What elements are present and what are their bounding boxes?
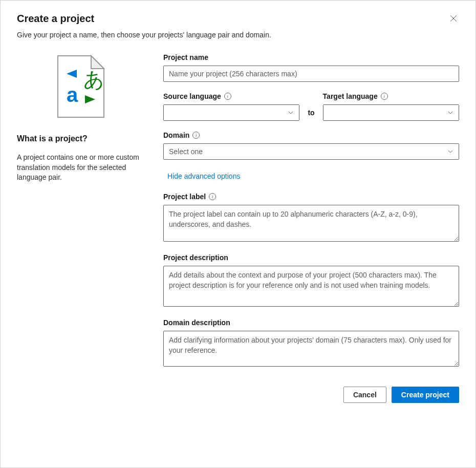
source-language-field: Source language i: [163, 92, 299, 121]
target-language-field: Target language i: [323, 92, 459, 121]
project-description-input[interactable]: [163, 266, 459, 307]
dialog-title: Create a project: [17, 13, 94, 25]
close-icon: [450, 15, 457, 22]
create-project-dialog: Create a project Give your project a nam…: [0, 0, 476, 468]
project-name-input[interactable]: [163, 66, 459, 82]
sidebar-body: A project contains one or more custom tr…: [17, 153, 145, 183]
project-name-label: Project name: [163, 53, 459, 61]
project-description-field: Project description: [163, 253, 459, 308]
close-button[interactable]: [448, 13, 459, 24]
domain-label: Domain i: [163, 131, 459, 139]
project-name-field: Project name: [163, 53, 459, 82]
svg-text:あ: あ: [83, 68, 104, 91]
project-label-field: Project label i: [163, 193, 459, 243]
source-language-select[interactable]: [163, 104, 299, 121]
dialog-subtitle: Give your project a name, then choose yo…: [17, 31, 459, 39]
project-description-label: Project description: [163, 253, 459, 262]
cancel-button[interactable]: Cancel: [343, 387, 386, 403]
source-language-label: Source language i: [163, 92, 299, 100]
sidebar-heading: What is a project?: [17, 134, 145, 143]
domain-field: Domain i Select one: [163, 131, 459, 160]
toggle-advanced-button[interactable]: Hide advanced options: [167, 172, 459, 180]
project-label-input[interactable]: [163, 205, 459, 242]
dialog-header: Create a project: [17, 13, 459, 25]
info-icon[interactable]: i: [209, 193, 216, 200]
translator-document-icon: あ a: [55, 53, 106, 120]
sidebar: あ a What is a project? A project contain…: [17, 53, 145, 451]
info-icon[interactable]: i: [381, 93, 388, 100]
form: Project name Source language i to Tar: [163, 53, 459, 451]
dialog-footer: Cancel Create project: [163, 387, 459, 403]
domain-description-label: Domain description: [163, 318, 459, 327]
language-row: Source language i to Target language i: [163, 92, 459, 121]
info-icon[interactable]: i: [192, 132, 200, 139]
domain-description-input[interactable]: [163, 331, 459, 367]
domain-description-field: Domain description: [163, 318, 459, 368]
project-label-label: Project label i: [163, 193, 459, 201]
create-project-button[interactable]: Create project: [392, 387, 459, 403]
target-language-select[interactable]: [323, 104, 459, 121]
dialog-content: あ a What is a project? A project contain…: [17, 53, 459, 451]
target-language-label: Target language i: [323, 92, 459, 100]
domain-select[interactable]: Select one: [163, 143, 459, 160]
info-icon[interactable]: i: [224, 93, 231, 100]
svg-text:a: a: [67, 83, 78, 106]
to-label: to: [308, 109, 314, 121]
